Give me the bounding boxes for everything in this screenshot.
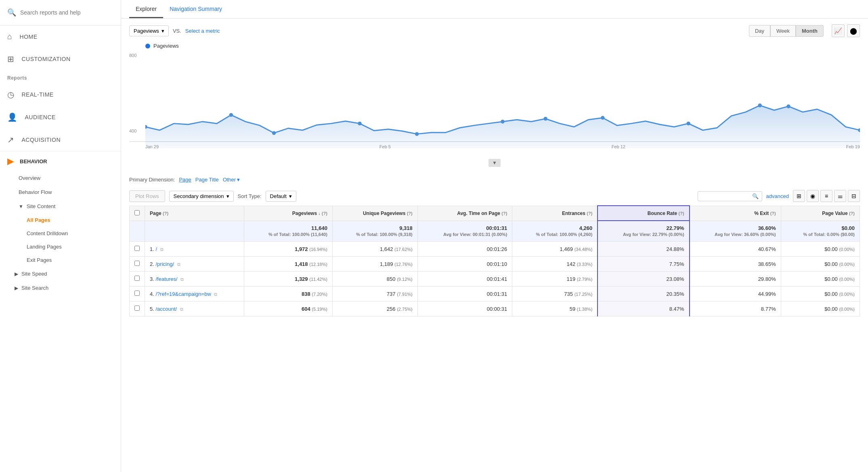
table-comparison-icon[interactable]: ⚌	[834, 190, 846, 202]
row3-exit: 29.80%	[690, 272, 781, 287]
row5-page-link[interactable]: /account/	[155, 306, 177, 312]
sidebar-item-landing-pages[interactable]: Landing Pages	[8, 240, 121, 253]
row4-copy-icon[interactable]: ⧉	[214, 292, 217, 297]
header-page-value[interactable]: Page Value (?)	[781, 206, 860, 221]
sidebar-item-realtime[interactable]: ◷ REAL-TIME	[0, 83, 121, 106]
behavior-flow-label: Behavior Flow	[19, 189, 52, 195]
secondary-dimension-dropdown[interactable]: Secondary dimension ▾	[169, 191, 234, 202]
table-row: 5. /account/ ⧉ 604 (5.19%) 256 (2.75%) 0…	[130, 301, 860, 316]
table-search-box[interactable]: 🔍	[698, 191, 762, 201]
header-page-help: (?)	[163, 211, 168, 216]
row2-page-link[interactable]: /pricing/	[155, 261, 174, 267]
search-input[interactable]	[20, 9, 113, 16]
sidebar-item-overview[interactable]: Overview	[4, 171, 121, 185]
select-metric-link[interactable]: Select a metric	[185, 28, 220, 34]
metric-label: Pageviews	[134, 28, 159, 34]
row2-checkbox[interactable]	[130, 257, 145, 272]
search-bar[interactable]: 🔍	[0, 0, 121, 25]
sidebar-item-site-search[interactable]: ▶ Site Search	[4, 281, 121, 295]
primary-dim-page[interactable]: Page	[179, 177, 191, 183]
all-pages-label: All Pages	[27, 217, 50, 223]
row3-copy-icon[interactable]: ⧉	[180, 277, 184, 282]
scroll-hint-button[interactable]: ▼	[489, 159, 501, 167]
header-pageviews[interactable]: Pageviews ↓ (?)	[244, 206, 333, 221]
legend-dot	[145, 44, 150, 48]
table-row: 2. /pricing/ ⧉ 1,418 (12.18%) 1,189 (12.…	[130, 257, 860, 272]
sidebar-item-exit-pages[interactable]: Exit Pages	[8, 253, 121, 267]
row4-page: 4. /?ref=19&campaign=bw ⧉	[145, 287, 244, 301]
sidebar-item-behavior[interactable]: ▶ BEHAVIOR	[0, 152, 121, 171]
header-bounce-rate[interactable]: Bounce Rate (?)	[598, 206, 689, 221]
row1-copy-icon[interactable]: ⧉	[160, 247, 164, 252]
secondary-dim-label: Secondary dimension	[174, 193, 224, 199]
pie-chart-icon[interactable]: ⬤	[847, 24, 860, 37]
select-all-checkbox[interactable]	[134, 210, 140, 215]
time-btn-month[interactable]: Month	[796, 25, 824, 37]
time-btn-day[interactable]: Day	[749, 25, 770, 37]
row3-checkbox[interactable]	[130, 272, 145, 287]
header-entrances[interactable]: Entrances (?)	[512, 206, 598, 221]
primary-dim-page-title[interactable]: Page Title	[195, 177, 219, 183]
totals-pageviews: 11,640 % of Total: 100.00% (11,640)	[244, 221, 333, 242]
table-pie-icon[interactable]: ◉	[807, 190, 819, 202]
table-pivot-icon[interactable]: ⊟	[848, 190, 860, 202]
behavior-icon: ▶	[7, 156, 13, 166]
other-dropdown-arrow: ▾	[237, 177, 240, 183]
row5-checkbox[interactable]	[130, 301, 145, 316]
row1-unique: 1,642 (17.62%)	[332, 242, 417, 257]
table-toolbar: Plot Rows Secondary dimension ▾ Sort Typ…	[121, 187, 868, 205]
sidebar-item-all-pages[interactable]: All Pages	[8, 213, 121, 227]
svg-point-9	[758, 103, 761, 107]
row5-copy-icon[interactable]: ⧉	[180, 307, 183, 312]
behavior-children: Overview Behavior Flow ▼ Site Content Al…	[0, 171, 121, 295]
metric-dropdown[interactable]: Pageviews ▾	[129, 25, 169, 36]
row2-page: 2. /pricing/ ⧉	[145, 257, 244, 272]
totals-page-value: $0.00 % of Total: 0.00% ($0.00)	[781, 221, 860, 242]
row1-page-link[interactable]: /	[155, 246, 157, 252]
time-btn-week[interactable]: Week	[770, 25, 796, 37]
chart-svg	[145, 53, 860, 148]
row5-avg-time: 00:00:31	[417, 301, 512, 316]
sidebar-item-site-speed[interactable]: ▶ Site Speed	[4, 267, 121, 281]
sort-dropdown-arrow: ▾	[289, 193, 292, 199]
row3-page-link[interactable]: /features/	[155, 276, 177, 282]
row2-copy-icon[interactable]: ⧉	[177, 262, 180, 267]
row4-checkbox[interactable]	[130, 287, 145, 301]
svg-point-7	[601, 116, 604, 120]
row3-entrances: 119 (2.79%)	[512, 272, 598, 287]
sidebar-item-content-drilldown[interactable]: Content Drilldown	[8, 227, 121, 240]
row4-page-link[interactable]: /?ref=19&campaign=bw	[155, 291, 211, 297]
row4-entrances: 735 (17.25%)	[512, 287, 598, 301]
advanced-link[interactable]: advanced	[766, 193, 789, 199]
plot-rows-button[interactable]: Plot Rows	[129, 190, 165, 202]
table-header-row: Page (?) Pageviews ↓ (?) Unique Pageview…	[130, 206, 860, 221]
sort-type-dropdown[interactable]: Default ▾	[266, 191, 296, 202]
sidebar-item-customization[interactable]: ⊞ CUSTOMIZATION	[0, 48, 121, 70]
row3-bounce-rate: 23.08%	[598, 272, 689, 287]
header-avg-time[interactable]: Avg. Time on Page (?)	[417, 206, 512, 221]
line-chart-icon[interactable]: 📈	[832, 24, 845, 37]
header-exit[interactable]: % Exit (?)	[690, 206, 781, 221]
row1-checkbox[interactable]	[130, 242, 145, 257]
sidebar-item-home[interactable]: ⌂ HOME	[0, 25, 121, 48]
header-unique-pageviews[interactable]: Unique Pageviews (?)	[332, 206, 417, 221]
table-search-input[interactable]	[701, 193, 750, 199]
sidebar-item-site-content[interactable]: ▼ Site Content	[8, 199, 121, 213]
svg-point-1	[229, 113, 233, 117]
row5-pageviews: 604 (5.19%)	[244, 301, 333, 316]
sidebar-item-acquisition[interactable]: ↗ ACQUISITION	[0, 129, 121, 151]
metric-dropdown-arrow: ▾	[161, 28, 164, 34]
sidebar-item-behavior-flow[interactable]: Behavior Flow	[4, 185, 121, 199]
row1-page-value: $0.00 (0.00%)	[781, 242, 860, 257]
table-grid-icon[interactable]: ⊞	[793, 190, 805, 202]
tab-navigation-summary[interactable]: Navigation Summary	[163, 0, 229, 18]
svg-point-10	[786, 104, 790, 108]
sidebar-item-audience[interactable]: 👤 AUDIENCE	[0, 106, 121, 129]
row4-exit: 44.99%	[690, 287, 781, 301]
row5-unique: 256 (2.75%)	[332, 301, 417, 316]
table-bar-icon[interactable]: ≡	[820, 190, 832, 202]
row1-entrances: 1,469 (34.48%)	[512, 242, 598, 257]
tab-explorer[interactable]: Explorer	[129, 0, 163, 18]
header-checkbox[interactable]	[130, 206, 145, 221]
primary-dim-other[interactable]: Other ▾	[223, 177, 240, 183]
